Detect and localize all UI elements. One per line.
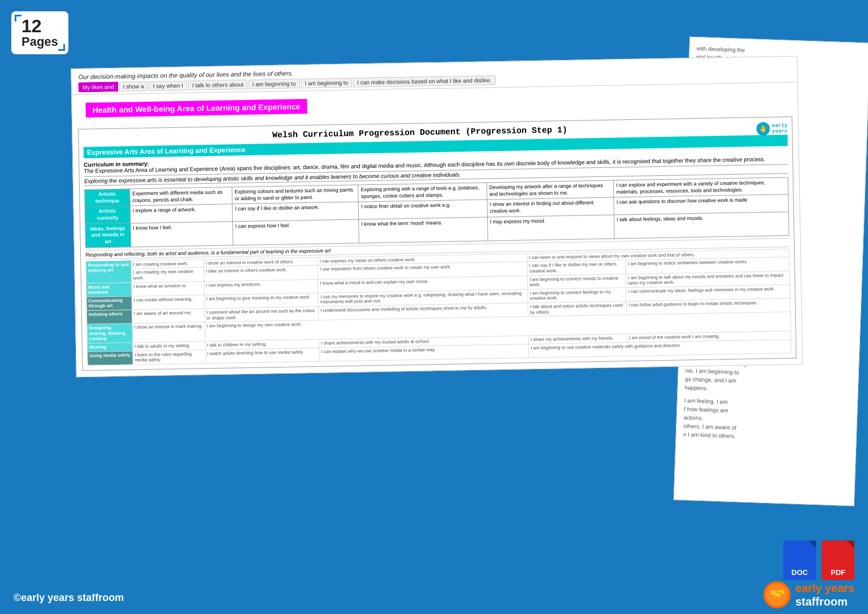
label-imitating: Imitating others [86,310,132,325]
label-sharing: Sharing [87,343,132,352]
lower-table: Responding to and enjoying art I am crea… [85,249,791,366]
main-table: Artistic technique Experiment with diffe… [84,177,789,248]
lms-3: I can explain why we use creative media … [319,344,529,361]
lms-2: I watch adults directing how to use medi… [205,348,319,364]
cell-if-2: I can express how I feel. [233,219,359,245]
label-ideas-feelings: Ideas, feelings and moods in art [85,223,131,248]
label-artistic-technique: Artistic technique [85,189,131,207]
lc-1: I can create without meaning. [132,295,205,309]
dtab-decisions[interactable]: I can make decisions based on what I lik… [353,75,496,87]
dtab-beginning1[interactable]: I am beginning to [249,79,300,89]
ld-1: I show an interest in mark making. [132,322,205,343]
cell-at-1: Experiment with different media such as … [130,187,233,206]
front-page: Our decision-making impacts on the quali… [71,56,802,377]
pages-number: 12 [21,17,42,35]
cell-ac-2: I can say if I like or dislike an artwor… [232,202,359,221]
lr-5: I am creating my own creative work. [131,267,204,282]
label-artistic-curiosity: Artistic curiosity [85,206,131,224]
dtab-talkabout[interactable]: I talk to others about [188,80,248,90]
svg-text:🤚: 🤚 [759,124,767,133]
logo-text: early years staffroom [795,581,854,608]
cell-if-4: I may express my mood. [487,215,614,241]
cell-if-1: I know how I feel. [131,222,233,247]
lm-2: I can express my emotions. [204,279,318,295]
cell-ac-3: I notice finer detail on creative work e… [358,200,487,219]
label-responding: Responding to and enjoying art [86,261,132,283]
doc-pdf-area: DOC PDF [783,541,854,580]
copyright-text: ©early years staffroom [14,592,124,604]
cell-if-3: I know what the term 'mood' means. [359,217,488,243]
pages-label: Pages [21,35,58,49]
hwb-heading: Health and Well-being Area of Learning a… [85,99,307,118]
lm-4: I am beginning to connect moods to creat… [527,274,626,289]
cell-at-2: Exploring colours and textures such as m… [232,185,359,204]
label-mood: Mood and emotions [86,283,131,297]
dtab-showa[interactable]: I show a [119,81,148,92]
dtab-mylikes[interactable]: My likes and [79,82,118,92]
cell-at-4: Developing my artwork after a range of t… [487,180,614,200]
cell-ac-1: I explore a range of artwork. [130,204,233,223]
label-media-safety: Using media safely [88,351,133,365]
lc-2: I am beginning to give meaning to my cre… [204,293,318,309]
lm-1: I know what an emotion is. [131,281,204,296]
inner-document: Welsh Curriculum Progression Document (P… [78,116,796,371]
pages-badge: 12 Pages [11,11,68,54]
cell-if-5: I talk about feelings, ideas and moods. [614,211,789,238]
dtab-saywhen[interactable]: I say when I [149,81,188,91]
main-content: with developing the ntal health, and con… [73,17,857,569]
logo-icon: 🤝 [763,581,791,608]
label-designing: Designing, sharing, drawing, creating [87,323,133,343]
cell-at-3: Exploring printing with a range of tools… [358,183,487,202]
dtab-beginning2[interactable]: I am beginning to [301,78,352,89]
li-4: I talk about and notice artistic techniq… [528,301,627,317]
pdf-badge[interactable]: PDF [822,541,854,580]
lr-8: I can say if I like or dislike my own or… [527,260,626,275]
svg-text:🤝: 🤝 [770,586,785,602]
lms-1: I listen to the rules regarding media sa… [133,349,206,364]
cell-ac-4: I show an interest in finding out about … [487,197,614,217]
label-communicating: Communicating through art [86,296,132,311]
li-2: I comment about the art around me such a… [205,306,319,322]
inline-logo: 🤚 earlyyears [756,122,787,136]
doc-badge[interactable]: DOC [783,541,816,580]
li-1: I am aware of art around me. [132,309,205,323]
lr-6: I take an interest in others creative wo… [204,266,318,282]
logo-area: 🤝 early years staffroom [763,581,854,608]
lc-4: I am beginning to connect feelings to my… [528,287,627,302]
